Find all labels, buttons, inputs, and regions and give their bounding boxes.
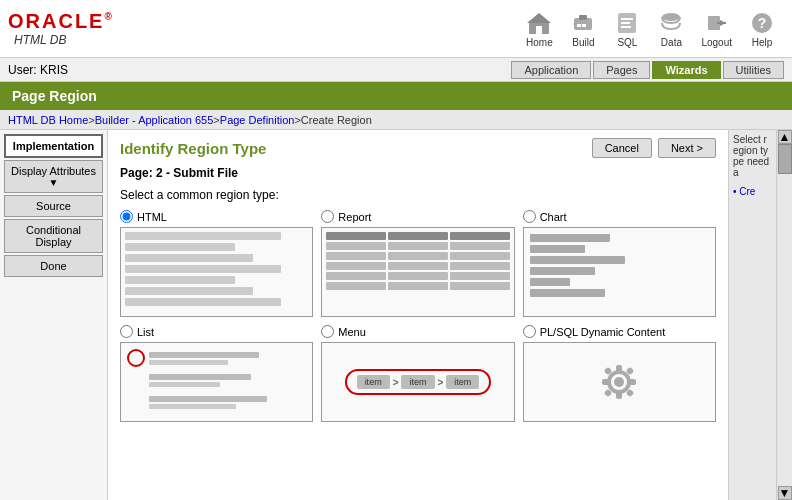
html-line-7 xyxy=(125,298,281,306)
region-type-plsql: PL/SQL Dynamic Content xyxy=(523,325,716,422)
sidebar-step-conditional[interactable]: Conditional Display xyxy=(4,219,103,253)
chart-label: Chart xyxy=(523,210,716,223)
html-line-3 xyxy=(125,254,253,262)
right-panel-link[interactable]: • Cre xyxy=(733,186,772,197)
list-preview xyxy=(120,342,313,422)
region-type-menu: Menu item > item > item xyxy=(321,325,514,422)
menu-item-1: item xyxy=(357,375,390,389)
next-button[interactable]: Next > xyxy=(658,138,716,158)
menu-radio[interactable] xyxy=(321,325,334,338)
html-preview-content xyxy=(121,228,312,316)
htmldb-wordmark: HTML DB xyxy=(14,33,66,47)
scrollbar[interactable]: ▲ ▼ xyxy=(776,130,792,500)
nav-icons: Home Build SQL Data Logout xyxy=(525,9,776,48)
scroll-down[interactable]: ▼ xyxy=(778,486,792,500)
sql-icon xyxy=(613,9,641,37)
report-data-row-4 xyxy=(326,272,509,280)
report-data-row-2 xyxy=(326,252,509,260)
chart-radio[interactable] xyxy=(523,210,536,223)
header: ORACLE® HTML DB Home Build SQL Data xyxy=(0,0,792,58)
breadcrumb: HTML DB Home > Builder - Application 655… xyxy=(0,110,792,130)
html-line-5 xyxy=(125,276,235,284)
tab-pages[interactable]: Pages xyxy=(593,61,650,79)
user-bar: User: KRIS Application Pages Wizards Uti… xyxy=(0,58,792,82)
region-type-list: List xyxy=(120,325,313,422)
main-layout: Implementation Display Attributes ▼ Sour… xyxy=(0,130,792,500)
tab-wizards[interactable]: Wizards xyxy=(652,61,720,79)
logout-label: Logout xyxy=(701,37,732,48)
chart-preview-content xyxy=(524,228,715,316)
menu-preview-content: item > item > item xyxy=(322,343,513,421)
page-info: Page: 2 - Submit File xyxy=(120,166,716,180)
report-data-row-3 xyxy=(326,262,509,270)
svg-point-18 xyxy=(614,377,624,387)
report-header-row xyxy=(326,232,509,240)
html-line-2 xyxy=(125,243,235,251)
html-line-1 xyxy=(125,232,281,240)
sidebar-step-done[interactable]: Done xyxy=(4,255,103,277)
breadcrumb-home[interactable]: HTML DB Home xyxy=(8,114,88,126)
plsql-label: PL/SQL Dynamic Content xyxy=(523,325,716,338)
svg-rect-9 xyxy=(621,22,630,24)
right-panel: Select region type need a • Cre xyxy=(728,130,776,500)
logo: ORACLE® HTML DB xyxy=(8,10,114,47)
menu-gt-1: > xyxy=(393,377,399,388)
region-type-chart: Chart xyxy=(523,210,716,317)
report-radio[interactable] xyxy=(321,210,334,223)
gear-svg xyxy=(594,357,644,407)
sql-label: SQL xyxy=(617,37,637,48)
breadcrumb-pagedef[interactable]: Page Definition xyxy=(220,114,295,126)
html-preview xyxy=(120,227,313,317)
report-preview-content xyxy=(322,228,513,316)
svg-rect-4 xyxy=(579,15,587,20)
list-radio[interactable] xyxy=(120,325,133,338)
menu-gt-2: > xyxy=(438,377,444,388)
scroll-up[interactable]: ▲ xyxy=(778,130,792,144)
sidebar-step-implementation[interactable]: Implementation xyxy=(4,134,103,158)
sidebar-step-source[interactable]: Source xyxy=(4,195,103,217)
home-icon xyxy=(525,9,553,37)
report-preview xyxy=(321,227,514,317)
tab-utilities[interactable]: Utilities xyxy=(723,61,784,79)
build-label: Build xyxy=(572,37,594,48)
scroll-thumb[interactable] xyxy=(778,144,792,174)
menu-item-2: item xyxy=(401,375,434,389)
content-title: Identify Region Type xyxy=(120,140,266,157)
menu-preview: item > item > item xyxy=(321,342,514,422)
oracle-wordmark: ORACLE® xyxy=(8,10,114,33)
svg-rect-8 xyxy=(621,18,633,20)
data-nav[interactable]: Data xyxy=(657,9,685,48)
data-label: Data xyxy=(661,37,682,48)
sidebar-step-display-attrs[interactable]: Display Attributes ▼ xyxy=(4,160,103,193)
list-circle-1 xyxy=(127,349,145,367)
svg-point-11 xyxy=(662,13,680,21)
svg-marker-1 xyxy=(527,13,551,23)
page-title: Page Region xyxy=(12,88,97,104)
svg-rect-20 xyxy=(616,391,622,399)
chart-bar-4 xyxy=(530,267,595,275)
list-label: List xyxy=(120,325,313,338)
home-nav[interactable]: Home xyxy=(525,9,553,48)
breadcrumb-current: Create Region xyxy=(301,114,372,126)
help-nav[interactable]: ? Help xyxy=(748,9,776,48)
build-icon xyxy=(569,9,597,37)
svg-rect-10 xyxy=(621,26,631,28)
sql-nav[interactable]: SQL xyxy=(613,9,641,48)
page-title-bar: Page Region xyxy=(0,82,792,110)
plsql-preview-content xyxy=(524,343,715,421)
breadcrumb-builder[interactable]: Builder - Application 655 xyxy=(95,114,214,126)
chart-bar-1 xyxy=(530,234,610,242)
build-nav[interactable]: Build xyxy=(569,9,597,48)
cancel-button[interactable]: Cancel xyxy=(592,138,652,158)
svg-rect-19 xyxy=(616,365,622,373)
logout-nav[interactable]: Logout xyxy=(701,9,732,48)
html-radio[interactable] xyxy=(120,210,133,223)
svg-rect-2 xyxy=(536,26,542,34)
svg-rect-6 xyxy=(582,24,586,27)
plsql-radio[interactable] xyxy=(523,325,536,338)
scroll-track xyxy=(778,144,792,486)
tab-application[interactable]: Application xyxy=(511,61,591,79)
svg-text:?: ? xyxy=(758,15,767,31)
report-label: Report xyxy=(321,210,514,223)
report-data-row-1 xyxy=(326,242,509,250)
